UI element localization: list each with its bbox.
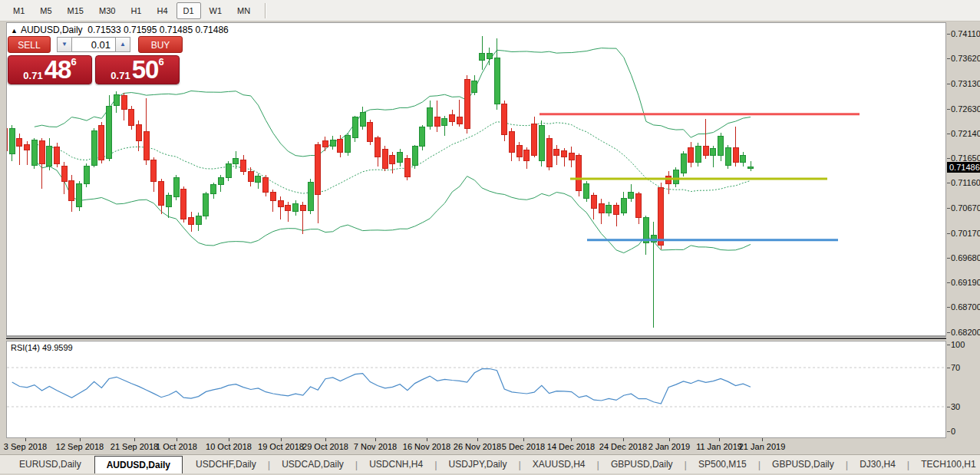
time-label: 2 Jan 2019	[648, 442, 690, 451]
mt4-window: M1M5M15M30H1H4D1W1MN ▲AUDUSD,Daily 0.715…	[0, 0, 980, 475]
chart-tab-audusd-daily[interactable]: AUDUSD,Daily	[94, 456, 183, 473]
one-click-trading-panel: SELL ▼ ▲ BUY 0.71 48 6 0.71 50 6	[8, 36, 187, 84]
chart-tab-eurusd-daily[interactable]: EURUSD,Daily	[8, 455, 93, 473]
sell-button[interactable]: SELL	[8, 36, 51, 53]
volume-stepper: ▼ ▲	[57, 37, 130, 52]
rsi-line	[12, 369, 751, 404]
volume-decrease-icon[interactable]: ▼	[57, 37, 72, 52]
time-tick	[134, 438, 135, 441]
time-tick	[623, 438, 624, 441]
time-tick	[669, 438, 670, 441]
time-tick	[325, 438, 326, 441]
time-tick	[80, 438, 81, 441]
timeframe-button-mn[interactable]: MN	[230, 2, 257, 19]
current-price-badge: 0.71486	[947, 162, 980, 173]
time-tick	[523, 438, 524, 441]
timeframe-button-w1[interactable]: W1	[203, 2, 229, 19]
buy-button[interactable]: BUY	[138, 36, 183, 53]
price-tick-label: 0.73130	[951, 79, 980, 88]
time-tick	[177, 438, 177, 441]
toolbar-separator	[265, 3, 266, 18]
time-label: 10 Oct 2018	[206, 442, 252, 451]
time-tick	[25, 438, 26, 441]
time-tick	[281, 438, 282, 441]
chart-tab-dj30-h4[interactable]: DJ30,H4	[848, 455, 907, 473]
time-label: 12 Sep 2018	[56, 442, 104, 451]
price-tick-label: 0.73620	[951, 54, 980, 63]
timeframe-button-m15[interactable]: M15	[61, 2, 91, 19]
time-label: 16 Nov 2018	[403, 442, 450, 451]
rsi-scale-label: 100	[951, 340, 965, 349]
time-label: 24 Dec 2018	[599, 442, 647, 451]
time-tick	[762, 438, 763, 441]
time-label: 21 Jan 2019	[739, 442, 786, 451]
volume-input[interactable]	[72, 37, 115, 52]
horizontal-level-lines[interactable]	[539, 114, 860, 240]
time-label: 5 Dec 2018	[502, 442, 545, 451]
timeframe-button-m5[interactable]: M5	[33, 2, 58, 19]
chart-tab-tech100-h1[interactable]: TECH100,H1	[909, 455, 980, 473]
chart-tab-usdchf-daily[interactable]: USDCHF,Daily	[184, 455, 268, 473]
chart-tab-usdjpy-daily[interactable]: USDJPY,Daily	[437, 455, 519, 473]
price-tick-label: 0.70170	[951, 229, 980, 238]
price-scale[interactable]: 0.741100.736200.731300.726300.721400.716…	[946, 0, 980, 475]
pane-splitter[interactable]	[6, 336, 946, 339]
time-label: 21 Sep 2018	[111, 442, 158, 451]
price-tick-label: 0.68200	[951, 328, 980, 337]
timeframe-button-m1[interactable]: M1	[6, 2, 31, 19]
chart-tab-bar: EURUSD,DailyAUDUSD,DailyUSDCHF,Daily|USD…	[0, 454, 980, 473]
time-label: 29 Oct 2018	[302, 442, 348, 451]
time-tick	[427, 438, 427, 441]
price-tick-label: 0.72630	[951, 104, 980, 114]
buy-price-prefix: 0.71	[111, 70, 130, 81]
sell-price-panel[interactable]: 0.71 48 6	[8, 55, 92, 84]
price-tick-label: 0.70670	[951, 203, 980, 213]
rsi-indicator-pane[interactable]	[6, 341, 946, 438]
time-label: 19 Oct 2018	[258, 442, 304, 451]
time-label: 11 Jan 2019	[696, 442, 742, 451]
chart-tab-gbpusd-daily[interactable]: GBPUSD,Daily	[599, 455, 685, 473]
rsi-scale-label: 30	[951, 402, 960, 411]
timeframe-button-m30[interactable]: M30	[92, 2, 122, 19]
price-tick-label: 0.71160	[951, 178, 980, 187]
chart-marker-icon: ▲	[11, 27, 18, 35]
chart-tab-usdcad-daily[interactable]: USDCAD,Daily	[270, 455, 355, 473]
time-label: 1 Oct 2018	[156, 442, 197, 451]
price-tick-label: 0.74110	[951, 29, 980, 38]
chart-tab-xauusd-h4[interactable]: XAUUSD,H4	[521, 455, 597, 473]
sell-price-big-digits: 48	[45, 58, 71, 81]
time-axis[interactable]: 3 Sep 201812 Sep 201821 Sep 20181 Oct 20…	[6, 439, 946, 454]
sell-price-pip: 6	[71, 58, 76, 67]
timeframe-button-d1[interactable]: D1	[177, 2, 201, 19]
chart-tab-sp500-m15[interactable]: SP500,M15	[687, 455, 758, 473]
volume-increase-icon[interactable]: ▲	[115, 37, 130, 52]
timeframe-toolbar: M1M5M15M30H1H4D1W1MN	[0, 0, 980, 21]
price-tick-label: 0.72140	[951, 129, 980, 138]
buy-price-pip: 6	[158, 58, 163, 67]
time-tick	[719, 438, 720, 441]
time-tick	[571, 438, 572, 441]
rsi-scale-label: 70	[951, 363, 960, 372]
time-label: 7 Nov 2018	[354, 442, 397, 451]
sell-price-prefix: 0.71	[23, 70, 42, 81]
chart-tab-usdcnh-h4[interactable]: USDCNH,H4	[358, 455, 434, 473]
chart-tab-gbpusd-daily[interactable]: GBPUSD,Daily	[761, 455, 846, 473]
buy-price-panel[interactable]: 0.71 50 6	[95, 55, 180, 84]
time-tick	[375, 438, 376, 441]
price-tick-label: 0.68700	[951, 302, 980, 312]
time-label: 26 Nov 2018	[454, 442, 501, 451]
chart-title: ▲AUDUSD,Daily 0.71533 0.71595 0.71485 0.…	[11, 25, 229, 35]
chart-symbol-label: AUDUSD,Daily	[21, 25, 83, 35]
time-tick	[477, 438, 478, 441]
rsi-scale-label: 0	[951, 427, 955, 436]
time-tick	[229, 438, 229, 441]
chart-ohlc-values: 0.71533 0.71595 0.71485 0.71486	[87, 25, 229, 35]
rsi-indicator-label: RSI(14) 49.9599	[11, 343, 73, 352]
buy-price-big-digits: 50	[132, 58, 159, 81]
price-tick-label: 0.69680	[951, 253, 980, 262]
timeframe-button-h4[interactable]: H4	[150, 2, 174, 19]
time-label: 14 Dec 2018	[547, 442, 595, 451]
timeframe-button-h1[interactable]: H1	[124, 2, 148, 19]
rsi-chart	[7, 341, 945, 437]
time-label: 3 Sep 2018	[4, 442, 47, 451]
